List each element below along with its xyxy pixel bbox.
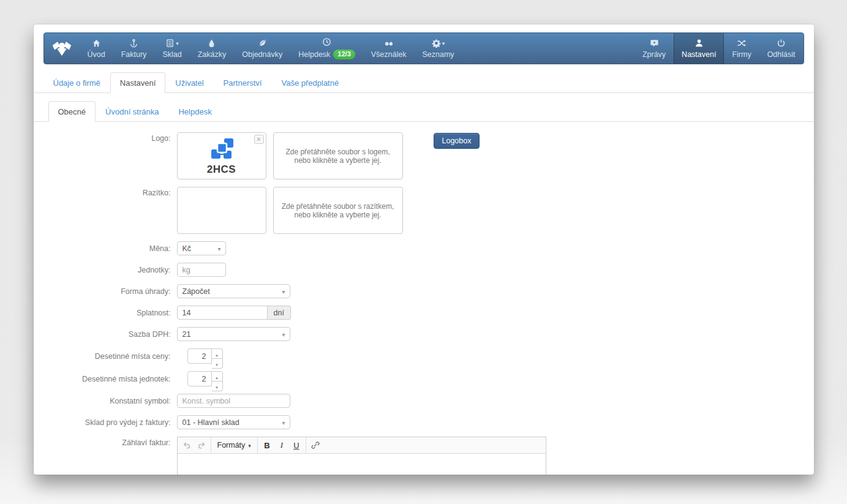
forma-uhrady-label: Forma úhrady: [34,287,177,296]
tab-udaje-o-firme[interactable]: Údaje o firmě [43,72,110,93]
stepper-buttons [212,348,223,364]
sazba-dph-select[interactable]: 21 [177,327,290,341]
nav-item-label: Seznamy [422,50,454,59]
logo-row: Logo: 2HCS × Zde přetáhněte soubor s log… [34,132,814,179]
logo-preview-box[interactable]: 2HCS × [177,132,266,179]
splatnost-addon: dní [268,306,291,320]
forma-uhrady-row: Forma úhrady: Zápočet [34,284,814,298]
des-mista-ceny-row: Desetinné místa ceny: [34,348,814,364]
underline-button[interactable]: U [289,438,304,452]
des-mista-ceny-input[interactable] [187,348,212,364]
formats-group: Formáty [211,437,258,453]
nav-item-vseznalek[interactable]: Všeználek [363,33,415,64]
splatnost-row: Splatnost: dní [34,306,814,320]
messages-icon [650,39,659,48]
editor-content-area[interactable] [178,454,546,475]
insert-link-button[interactable] [308,438,323,452]
razitko-label: Razítko: [34,187,177,197]
stepper-down-button[interactable] [212,382,223,391]
tab-uzivatel[interactable]: Uživatel [165,72,213,93]
nav-item-objednavky[interactable]: Objednávky [234,33,290,64]
des-mista-jednotek-input[interactable] [187,371,212,386]
subtab-helpdesk[interactable]: Helpdesk [168,101,221,122]
chevron-down-icon [442,39,445,47]
nav-item-label: Odhlásit [767,50,796,59]
top-navbar: Úvod Faktury Sklad [43,32,804,64]
link-group [306,437,325,453]
zahlavi-faktur-row: Záhlaví faktur: [34,437,814,475]
settings-tabs: Údaje o firmě Nastavení Uživatel Partner… [34,72,814,93]
splatnost-group: dní [177,306,291,320]
chevron-down-icon [217,244,220,253]
stepper-down-button[interactable] [212,359,223,369]
logo-dropzone[interactable]: Zde přetáhněte soubor s logem, nebo klik… [273,132,403,179]
sklad-vydej-row: Sklad pro výdej z faktury: 01 - Hlavní s… [34,415,814,429]
gear-icon [432,39,441,48]
nav-item-firmy[interactable]: Firmy [724,33,759,64]
nav-item-uvod[interactable]: Úvod [80,33,113,64]
nav-item-label: Sklad [162,50,181,59]
nav-item-sklad[interactable]: Sklad [154,33,189,64]
tab-vase-predplatne[interactable]: Vaše předplatné [271,72,348,93]
navbar-spacer [462,33,634,64]
settings-subtabs: Obecné Úvodní stránka Helpdesk [34,101,814,122]
forma-uhrady-selected-value: Zápočet [183,287,210,296]
editor-toolbar: Formáty B I U [178,437,546,454]
nav-item-label: Všeználek [371,50,407,59]
user-icon [695,39,704,48]
nav-item-faktury[interactable]: Faktury [113,33,155,64]
chevron-down-icon [282,330,285,339]
jednotky-row: Jednotky: [34,263,814,277]
formats-dropdown-button[interactable]: Formáty [213,438,255,452]
razitko-row: Razítko: Zde přetáhněte soubor s razítke… [34,187,814,234]
undo-redo-group [178,437,211,453]
clock-icon [322,37,331,47]
company-logo-image [204,138,239,164]
chevron-down-icon [248,441,251,449]
bold-button[interactable]: B [260,438,274,452]
triangle-up-icon [215,372,219,381]
stepper-buttons [212,371,223,386]
remove-logo-button[interactable]: × [254,135,264,144]
konstatni-symbol-input[interactable] [177,394,290,408]
page-card: Úvod Faktury Sklad [34,24,814,475]
sklad-vydej-select[interactable]: 01 - Hlavní sklad [177,415,290,429]
des-mista-ceny-label: Desetinné místa ceny: [34,352,177,361]
forma-uhrady-select[interactable]: Zápočet [177,284,290,298]
undo-button[interactable] [179,438,194,452]
konstatni-symbol-label: Konstatní symbol: [34,397,177,405]
mena-select[interactable]: Kč [177,241,226,255]
logobox-button[interactable]: Logobox [434,133,480,149]
zahlavi-faktur-label: Záhlaví faktur: [34,437,177,447]
jednotky-label: Jednotky: [34,266,177,274]
des-mista-jednotek-stepper [187,371,223,386]
redo-button[interactable] [194,438,209,452]
tab-partnerstvi[interactable]: Partnerství [214,72,272,93]
razitko-dropzone[interactable]: Zde přetáhněte soubor s razítkem, nebo k… [273,187,403,234]
mena-label: Měna: [34,244,177,253]
shuffle-icon [737,39,747,48]
home-icon [92,39,101,48]
text-style-group: B I U [258,437,306,453]
logo-dropzone-text: Zde přetáhněte soubor s logem, nebo klik… [282,148,394,165]
razitko-preview-box[interactable] [177,187,266,234]
italic-button[interactable]: I [274,438,289,452]
nav-item-nastaveni[interactable]: Nastavení [674,33,724,64]
nav-item-helpdesk[interactable]: Helpdesk 12/3 [290,33,363,64]
nav-item-zpravy[interactable]: Zprávy [634,33,674,64]
jednotky-input[interactable] [177,263,226,277]
tab-nastaveni[interactable]: Nastavení [110,72,166,93]
subtab-obecne[interactable]: Obecné [48,101,96,122]
app-logo[interactable] [44,33,80,64]
splatnost-input[interactable] [177,306,268,320]
stepper-up-button[interactable] [212,371,223,382]
nav-item-seznamy[interactable]: Seznamy [414,33,462,64]
nav-item-zakazky[interactable]: Zakázky [190,33,235,64]
splatnost-label: Splatnost: [34,309,177,317]
stepper-up-button[interactable] [212,348,223,359]
subtab-uvodni-stranka[interactable]: Úvodní stránka [96,101,168,122]
redo-icon [197,441,206,449]
binoculars-icon [384,39,394,48]
nav-item-odhlasit[interactable]: Odhlásit [759,33,804,64]
nav-item-label: Firmy [732,50,751,59]
